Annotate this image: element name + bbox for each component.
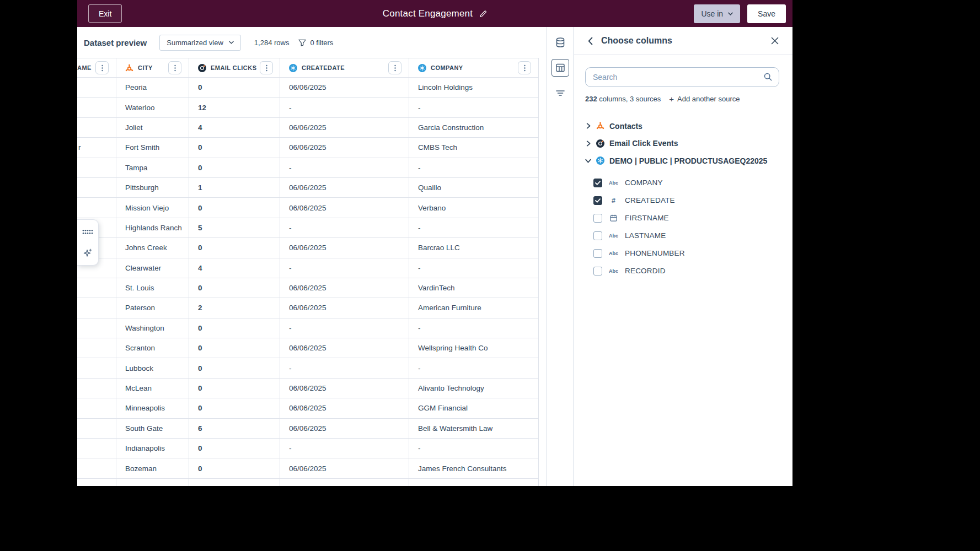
- column-header: CITY: [116, 58, 189, 77]
- checkbox[interactable]: [593, 179, 602, 187]
- column-option[interactable]: AbcLASTNAME: [585, 227, 779, 245]
- panel-meta-row: 232 columns, 3 sources + Add another sou…: [585, 95, 779, 103]
- cell-name: [77, 158, 116, 177]
- table-row[interactable]: Minneapolis006/06/2025GGM Financial: [77, 398, 539, 418]
- table-row[interactable]: Mission Viejo006/06/2025Verbano: [77, 198, 539, 218]
- checkbox[interactable]: [593, 196, 602, 205]
- table-row[interactable]: [77, 479, 539, 486]
- checkbox[interactable]: [593, 267, 602, 276]
- column-option[interactable]: FIRSTNAME: [585, 209, 779, 227]
- table-row[interactable]: Waterloo12--: [77, 98, 539, 117]
- add-source-label: Add another source: [677, 95, 740, 103]
- database-view-button[interactable]: [551, 34, 569, 51]
- chevron-right-icon[interactable]: [585, 123, 591, 129]
- table-row[interactable]: Bozeman006/06/2025James French Consultan…: [77, 458, 539, 478]
- cell-email-clicks: 6: [189, 419, 280, 438]
- cell-createdate: 06/06/2025: [280, 138, 409, 157]
- ai-sparkle-button[interactable]: [79, 245, 96, 261]
- column-menu-button[interactable]: [168, 61, 181, 74]
- table-row[interactable]: Pittsburgh106/06/2025Quaillo: [77, 178, 539, 198]
- edit-title-pencil-icon[interactable]: [479, 10, 487, 18]
- column-option[interactable]: #CREATEDATE: [585, 192, 779, 209]
- table-row[interactable]: South Gate606/06/2025Bell & Watersmith L…: [77, 419, 539, 439]
- exit-button[interactable]: Exit: [88, 4, 122, 23]
- source-label: Email Click Events: [609, 139, 678, 148]
- chevron-down-icon[interactable]: [585, 159, 591, 163]
- table-row[interactable]: Tampa0--: [77, 158, 539, 178]
- table-icon: [556, 63, 565, 72]
- table-row[interactable]: Peoria006/06/2025Lincoln Holdings: [77, 78, 539, 98]
- cell-createdate: 06/06/2025: [280, 178, 409, 197]
- table-row[interactable]: Clearwater4--: [77, 258, 539, 278]
- cell-email-clicks: 0: [189, 198, 280, 217]
- kebab-icon: [174, 64, 176, 72]
- checkbox[interactable]: [593, 249, 602, 258]
- table-row[interactable]: Lubbock0--: [77, 358, 539, 378]
- filters-button[interactable]: 0 filters: [298, 39, 333, 47]
- column-label: COMPANY: [418, 64, 463, 72]
- cell-email-clicks: 2: [189, 298, 280, 317]
- cell-company: Bell & Watersmith Law: [409, 419, 539, 438]
- cell-company: Lincoln Holdings: [409, 78, 539, 97]
- cell-company: -: [409, 158, 539, 177]
- source-item[interactable]: DEMO | PUBLIC | PRODUCTUSAGEQ22025: [585, 152, 779, 170]
- cell-company: Alivanto Technology: [409, 379, 539, 398]
- table-row[interactable]: Scranton006/06/2025Wellspring Health Co: [77, 338, 539, 358]
- column-option[interactable]: AbcCOMPANY: [585, 174, 779, 192]
- cell-city: Tampa: [116, 158, 189, 177]
- use-in-button[interactable]: Use in: [694, 4, 740, 23]
- table-row[interactable]: Paterson206/06/2025American Furniture: [77, 298, 539, 318]
- column-option[interactable]: AbcPHONENUMBER: [585, 245, 779, 262]
- column-option-label: LASTNAME: [625, 231, 666, 240]
- kebab-icon: [524, 64, 526, 72]
- table-row[interactable]: St. Louis006/06/2025VardinTech: [77, 278, 539, 298]
- cell-name: [77, 419, 116, 438]
- cell-email-clicks: 4: [189, 258, 280, 278]
- table-row[interactable]: Washington0--: [77, 318, 539, 338]
- checkbox[interactable]: [593, 231, 602, 240]
- close-button[interactable]: [770, 36, 780, 46]
- letterbox: Exit Contact Engagement Use in Save: [0, 0, 980, 551]
- table-view-button[interactable]: [551, 59, 569, 77]
- cell-email-clicks: [189, 479, 280, 486]
- cell-createdate: [280, 479, 409, 486]
- table-row[interactable]: Indianapolis0--: [77, 439, 539, 458]
- cell-company: Verbano: [409, 198, 539, 217]
- chevron-right-icon[interactable]: [585, 141, 591, 147]
- cell-company: CMBS Tech: [409, 138, 539, 157]
- cell-city: St. Louis: [116, 278, 189, 298]
- search-input[interactable]: [585, 67, 779, 87]
- table-row[interactable]: McLean006/06/2025Alivanto Technology: [77, 379, 539, 398]
- column-menu-button[interactable]: [518, 61, 531, 74]
- cell-company: Quaillo: [409, 178, 539, 197]
- checkbox[interactable]: [593, 214, 602, 223]
- search-icon: [764, 73, 772, 83]
- column-menu-button[interactable]: [95, 61, 109, 74]
- cell-createdate: 06/06/2025: [280, 198, 409, 217]
- column-option[interactable]: AbcRECORDID: [585, 262, 779, 280]
- column-option-label: PHONENUMBER: [625, 249, 685, 257]
- filter-funnel-icon: [298, 39, 306, 46]
- table-row[interactable]: rFort Smith006/06/2025CMBS Tech: [77, 138, 539, 158]
- save-button[interactable]: Save: [747, 4, 786, 23]
- source-item[interactable]: Contacts: [585, 117, 779, 135]
- add-source-button[interactable]: + Add another source: [669, 95, 740, 103]
- preview-heading: Dataset preview: [84, 38, 147, 47]
- cell-name: [77, 338, 116, 358]
- cell-createdate: 06/06/2025: [280, 419, 409, 438]
- table-row[interactable]: Johns Creek006/06/2025Barcrao LLC: [77, 238, 539, 258]
- view-selector[interactable]: Summarized view: [159, 35, 241, 51]
- source-label: DEMO | PUBLIC | PRODUCTUSAGEQ22025: [609, 156, 767, 165]
- table-row[interactable]: Highlands Ranch5--: [77, 218, 539, 238]
- source-label: Contacts: [609, 122, 642, 131]
- back-button[interactable]: [587, 36, 594, 46]
- cell-company: James French Consultants: [409, 458, 539, 478]
- table-row[interactable]: Joliet406/06/2025Garcia Construction: [77, 118, 539, 138]
- source-item[interactable]: Email Click Events: [585, 135, 779, 153]
- filter-lines-view-button[interactable]: [551, 84, 569, 102]
- cell-city: [116, 479, 189, 486]
- drag-handle[interactable]: [79, 224, 96, 240]
- cell-email-clicks: 0: [189, 379, 280, 398]
- column-menu-button[interactable]: [388, 61, 401, 74]
- column-menu-button[interactable]: [260, 61, 273, 74]
